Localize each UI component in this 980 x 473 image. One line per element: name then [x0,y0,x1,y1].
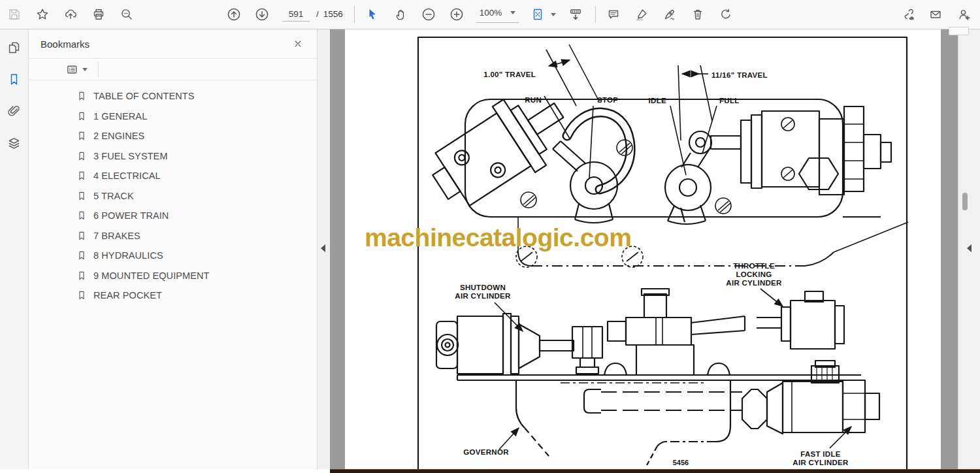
label-throttle-1: THROTTLE [733,262,775,270]
scrollbar-thumb[interactable] [962,193,968,210]
panel-close-button[interactable] [291,37,305,51]
star-button[interactable] [33,5,52,24]
attachments-button[interactable] [6,103,23,120]
panel-collapse-strip [317,29,330,469]
delete-button[interactable] [688,5,708,24]
bookmark-item-6-power-train[interactable]: 6 POWER TRAIN [29,206,317,226]
watermark-text: machinecatalogic.com [365,223,631,252]
rotate-icon [719,8,732,21]
bookmark-icon [76,91,87,101]
upload-cloud-button[interactable] [61,5,80,24]
bookmark-item-label: 2 ENGINES [93,131,144,141]
share-link-button[interactable] [898,5,917,24]
email-button[interactable] [926,5,945,24]
toolbar-divider [595,6,596,23]
next-panel-arrow-icon[interactable] [967,244,972,252]
zoom-level-control[interactable]: 100% [476,6,519,23]
center-fitting [608,289,781,375]
page-down-button[interactable] [252,5,272,24]
select-tool-button[interactable] [363,5,382,24]
bookmark-item-rear-pocket[interactable]: REAR POCKET [29,285,317,306]
bookmark-item-label: 3 FUEL SYSTEM [93,151,168,161]
page-count: 1556 [323,9,343,19]
comment-button[interactable] [604,5,623,24]
bookmarks-panel: Bookmarks TABLE OF CONTENTS 1 GENERAL [29,29,317,469]
bookmark-icon [76,171,87,181]
bookmark-item-label: 1 GENERAL [93,111,147,122]
bookmark-item-4-electrical[interactable]: 4 ELECTRICAL [29,166,317,186]
fit-page-button[interactable] [528,5,547,24]
envelope-icon [929,8,942,21]
scrollbar-track[interactable] [958,29,980,469]
rotate-button[interactable] [716,5,736,24]
save-button[interactable] [5,5,24,24]
page-thumbnails-button[interactable] [6,39,23,56]
bookmark-options-button[interactable] [66,63,88,76]
bookmark-item-7-brakes[interactable]: 7 BRAKES [29,226,317,246]
bookmark-item-2-engines[interactable]: 2 ENGINES [29,126,317,146]
label-throttle-2: LOCKING [736,270,772,278]
hand-tool-button[interactable] [391,5,410,24]
highlighter-icon [635,8,648,21]
bookmark-icon [76,131,87,141]
fit-page-chevron-icon[interactable] [551,13,556,16]
scrolling-mode-button[interactable] [566,5,585,24]
bookmark-icon [76,270,87,281]
search-button[interactable] [117,5,137,24]
zoom-out-button[interactable] [419,5,438,24]
mounting-plate [465,99,843,217]
pdf-page[interactable]: 1.00" TRAVEL RUN STOP IDLE FULL 11/16" T… [345,29,941,469]
bottom-edge-bar [330,469,980,473]
bookmark-icon [7,73,21,86]
bookmark-item-1-general[interactable]: 1 GENERAL [29,106,317,127]
shutdown-air-cylinder [436,314,602,375]
bookmark-item-table-of-contents[interactable]: TABLE OF CONTENTS [29,86,317,106]
figure-code: 5456 [673,459,689,466]
fountain-pen-icon [663,8,676,21]
zoom-in-button[interactable] [447,5,466,24]
bookmark-item-5-track[interactable]: 5 TRACK [29,186,317,206]
link-icon [901,8,914,21]
sign-button[interactable] [660,5,679,24]
label-shutdown-1: SHUTDOWN [460,284,506,291]
bookmarks-panel-button[interactable] [6,71,23,88]
label-idle: IDLE [649,97,666,105]
label-dim-left: 1.00" TRAVEL [483,71,536,78]
label-stop: STOP [597,96,618,104]
toolbar-divider [354,6,355,23]
label-fast-idle-1: FAST IDLE [800,450,841,458]
search-icon [120,8,133,21]
collapse-panel-arrow-icon[interactable] [321,244,325,252]
bookmark-list: TABLE OF CONTENTS 1 GENERAL 2 ENGINES 3 … [29,80,317,306]
page-up-button[interactable] [224,5,244,24]
bookmark-icon [76,111,87,122]
document-area: 1.00" TRAVEL RUN STOP IDLE FULL 11/16" T… [330,29,958,469]
page-up-icon [227,7,241,22]
page-number-box: / 1556 [282,8,343,22]
bookmark-item-label: 6 POWER TRAIN [93,210,169,221]
scrollbar-top-button[interactable] [949,27,969,35]
base-plate [457,363,861,380]
bookmark-item-8-hydraulics[interactable]: 8 HYDRAULICS [29,246,317,266]
bookmark-item-9-mounted-equipment[interactable]: 9 MOUNTED EQUIPMENT [29,266,317,286]
print-button[interactable] [89,5,108,24]
panel-title: Bookmarks [41,39,90,50]
bookmark-icon [76,191,87,201]
star-icon [36,8,49,21]
label-dim-right: 11/16" TRAVEL [711,71,768,79]
bookmark-item-label: TABLE OF CONTENTS [93,91,195,101]
person-add-icon [957,8,970,21]
select-cursor-icon [366,8,379,21]
page-number-input[interactable] [282,8,310,22]
save-icon [8,8,21,21]
bookmark-item-3-fuel-system[interactable]: 3 FUEL SYSTEM [29,146,317,167]
hand-tool-icon [394,8,407,21]
highlight-button[interactable] [632,5,651,24]
add-account-button[interactable] [954,5,973,24]
bookmark-icon [76,151,87,161]
throttle-locking-air-cylinder [781,291,844,349]
layers-button[interactable] [6,135,23,152]
bookmark-item-label: 4 ELECTRICAL [93,171,161,181]
print-icon [92,8,105,21]
zoom-level-value: 100% [480,8,502,18]
